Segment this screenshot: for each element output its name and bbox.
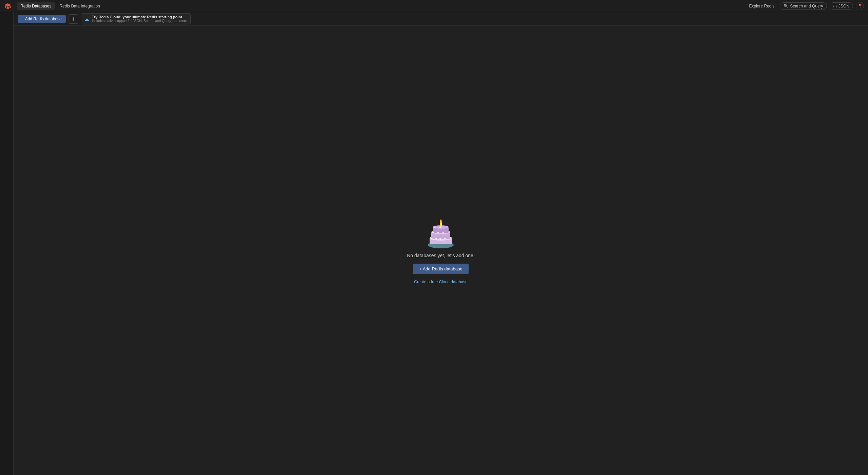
json-button[interactable]: { } JSON [830,2,853,10]
cloud-promo-title: Try Redis Cloud: your ultimate Redis sta… [92,15,187,19]
main-content: No databases yet, let's add one! + Add R… [14,26,868,475]
add-redis-database-center-button[interactable]: + Add Redis database [413,264,469,274]
search-query-icon: 🔍 [784,4,788,8]
cloud-icon: ☁ [84,16,89,22]
json-label: JSON [838,4,849,8]
upload-button[interactable]: ⬆ [69,14,78,24]
search-and-query-button[interactable]: 🔍 Search and Query [780,2,827,10]
nav-tabs: Redis Databases Redis Data Integration [17,2,103,10]
topbar-right: Explore Redis 🔍 Search and Query { } JSO… [746,2,864,10]
cloud-promo-subtitle: Includes native support for JSON, Search… [92,19,187,23]
tab-redis-databases[interactable]: Redis Databases [17,2,55,10]
sidebar [0,12,14,475]
cloud-promo-banner[interactable]: ☁ Try Redis Cloud: your ultimate Redis s… [81,13,191,24]
location-button[interactable]: 📍 [856,2,864,10]
upload-icon: ⬆ [71,16,75,22]
topbar: Redis Databases Redis Data Integration E… [0,0,868,12]
tab-redis-data-integration[interactable]: Redis Data Integration [56,2,103,10]
explore-redis-button[interactable]: Explore Redis [746,3,777,10]
topbar-left: Redis Databases Redis Data Integration [4,2,103,10]
create-cloud-database-link[interactable]: Create a free Cloud database [414,280,467,284]
empty-state-message: No databases yet, let's add one! [407,253,475,258]
json-icon: { } [833,4,837,8]
cake-illustration [422,217,459,247]
redis-logo [4,2,12,10]
empty-state: No databases yet, let's add one! + Add R… [407,217,475,284]
search-and-query-label: Search and Query [790,4,823,8]
svg-point-9 [440,221,441,223]
secondary-toolbar: + Add Redis database ⬆ ☁ Try Redis Cloud… [14,12,868,26]
add-redis-database-button[interactable]: + Add Redis database [18,15,66,23]
location-icon: 📍 [857,3,863,9]
